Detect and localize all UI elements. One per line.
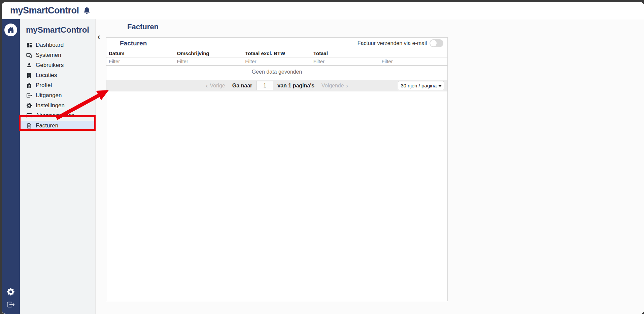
- person-icon: [26, 63, 32, 68]
- app-window: mySmartControl: [2, 2, 644, 314]
- top-bar: mySmartControl: [2, 2, 644, 19]
- filter-input-totaal[interactable]: [313, 58, 373, 64]
- sidebar-collapse-chevron-icon[interactable]: ‹: [98, 33, 100, 41]
- email-toggle-label: Factuur verzenden via e-mail: [358, 40, 427, 46]
- building-icon: [26, 73, 32, 78]
- sidebar-item-label: Facturen: [36, 122, 58, 129]
- sidebar-item-label: Systemen: [36, 52, 61, 58]
- sidebar-title: mySmartControl: [20, 25, 95, 40]
- sidebar: mySmartControl Dashboard Syst: [20, 19, 96, 314]
- page-count-label: van 1 pagina's: [277, 83, 314, 89]
- sidebar-item-label: Uitgangen: [36, 92, 62, 99]
- sidebar-item-locaties[interactable]: Locaties: [20, 70, 95, 80]
- brand-logo: mySmartControl: [10, 5, 79, 16]
- calendar-icon: [26, 113, 32, 119]
- filter-input-omschrijving[interactable]: [177, 58, 236, 64]
- card-title: Facturen: [120, 40, 147, 47]
- sidebar-item-dashboard[interactable]: Dashboard: [20, 40, 95, 50]
- sidebar-item-label: Locaties: [36, 72, 57, 79]
- notifications-bell-icon[interactable]: [83, 7, 90, 14]
- page-number-input[interactable]: [257, 81, 273, 90]
- next-page-button[interactable]: Volgende ›: [321, 82, 348, 89]
- toggle-knob: [430, 40, 437, 46]
- main-content: Facturen ‹ Facturen Factuur verzenden vi…: [96, 19, 644, 314]
- column-header-totaal[interactable]: Totaal: [311, 50, 379, 56]
- sidebar-item-gebruikers[interactable]: Gebruikers: [20, 60, 95, 70]
- invoice-icon: [26, 123, 32, 129]
- badge-icon: [26, 83, 32, 88]
- gear-icon: [26, 103, 32, 109]
- go-to-label: Ga naar: [232, 83, 252, 89]
- grid-icon: [26, 42, 32, 48]
- filter-input-extra[interactable]: [381, 58, 441, 64]
- rows-per-page-value: 30 rijen / pagina: [401, 83, 437, 88]
- chevron-down-icon: [438, 85, 442, 87]
- filter-input-datum[interactable]: [109, 58, 168, 64]
- sidebar-item-uitgangen[interactable]: Uitgangen: [20, 90, 95, 101]
- page-title: Facturen: [127, 23, 159, 31]
- sidebar-item-label: Instellingen: [36, 102, 65, 109]
- sidebar-item-label: Gebruikers: [36, 62, 64, 69]
- sidebar-item-abonnementen[interactable]: Abonnementen: [20, 111, 95, 121]
- sidebar-item-systemen[interactable]: Systemen: [20, 50, 95, 60]
- table-header-row: Datum Omschrijving Totaal excl. BTW Tota…: [106, 49, 447, 57]
- column-header-totaal-excl-btw[interactable]: Totaal excl. BTW: [243, 50, 311, 56]
- table-empty-message: Geen data gevonden: [106, 66, 447, 78]
- previous-page-button[interactable]: ‹ Vorige: [206, 82, 225, 89]
- devices-icon: [26, 52, 32, 58]
- sidebar-item-label: Dashboard: [36, 42, 64, 48]
- home-button[interactable]: [4, 24, 17, 36]
- email-toggle-switch[interactable]: [430, 39, 443, 47]
- column-header-datum[interactable]: Datum: [106, 50, 175, 56]
- exit-icon: [26, 93, 32, 99]
- table-filter-row: [106, 57, 447, 66]
- pagination-bar: ‹ Vorige Ga naar van 1 pagina's Volgende…: [106, 80, 447, 91]
- filter-input-totaal-excl-btw[interactable]: [245, 58, 304, 64]
- home-icon: [7, 27, 14, 33]
- sidebar-item-profiel[interactable]: Profiel: [20, 80, 95, 90]
- chevron-left-icon: ‹: [206, 82, 208, 89]
- sidebar-item-facturen[interactable]: Facturen: [20, 121, 95, 131]
- column-header-omschrijving[interactable]: Omschrijving: [175, 50, 243, 56]
- sidebar-item-label: Profiel: [36, 82, 52, 89]
- sidebar-item-label: Abonnementen: [36, 112, 74, 119]
- card-header: Facturen Factuur verzenden via e-mail: [106, 38, 447, 49]
- sidebar-item-instellingen[interactable]: Instellingen: [20, 101, 95, 111]
- nav-rail: [2, 19, 20, 314]
- facturen-card: Facturen Factuur verzenden via e-mail Da…: [106, 37, 448, 301]
- logout-icon[interactable]: [7, 301, 14, 308]
- chevron-right-icon: ›: [346, 82, 348, 89]
- settings-gear-icon[interactable]: [7, 288, 14, 296]
- rows-per-page-select[interactable]: 30 rijen / pagina: [398, 81, 444, 90]
